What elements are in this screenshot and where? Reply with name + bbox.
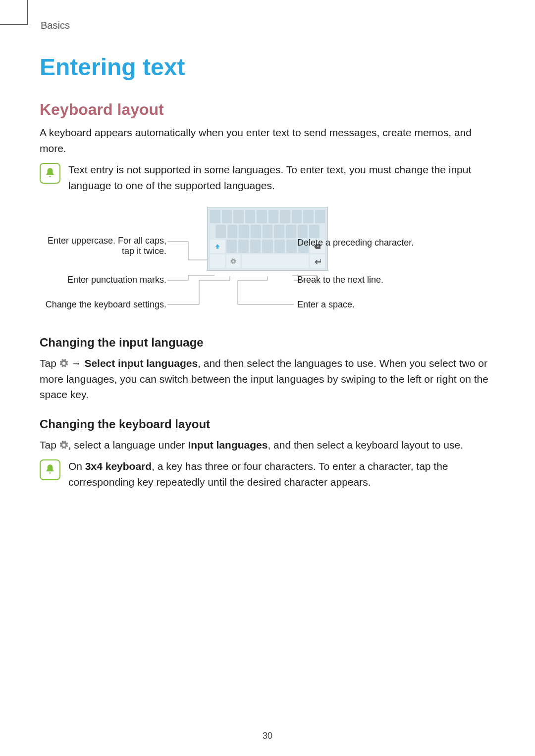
callout-punctuation: Enter punctuation marks. xyxy=(40,275,166,285)
page-title: Entering text xyxy=(40,53,495,81)
settings-key xyxy=(226,254,240,268)
punctuation-key xyxy=(210,254,225,268)
breadcrumb: Basics xyxy=(41,20,495,31)
note-block-1: Text entry is not supported in some lang… xyxy=(40,162,495,193)
enter-key xyxy=(310,254,325,268)
input-language-paragraph: Tap → Select input languages, and then s… xyxy=(40,355,495,403)
subsection-input-language: Changing the input language xyxy=(40,336,495,350)
callout-settings: Change the keyboard settings. xyxy=(40,300,166,310)
subsection-keyboard-layout: Changing the keyboard layout xyxy=(40,417,495,431)
note-block-2: On 3x4 keyboard, a key has three or four… xyxy=(40,458,495,490)
note-text-2: On 3x4 keyboard, a key has three or four… xyxy=(68,458,495,490)
callout-uppercase: Enter uppercase. For all caps, tap it tw… xyxy=(40,236,166,256)
enter-icon xyxy=(314,258,321,264)
gear-icon xyxy=(59,359,68,368)
shift-icon xyxy=(214,244,220,250)
section-heading-keyboard-layout: Keyboard layout xyxy=(40,101,495,119)
note-text-1: Text entry is not supported in some lang… xyxy=(68,162,495,193)
callout-space: Enter a space. xyxy=(297,300,446,310)
space-key xyxy=(242,254,309,268)
gear-icon xyxy=(59,441,68,450)
callout-next-line: Break to the next line. xyxy=(297,275,446,285)
note-bell-icon xyxy=(40,459,60,480)
keyboard-layout-paragraph: Tap , select a language under Input lang… xyxy=(40,437,495,453)
bell-icon xyxy=(44,167,56,180)
intro-paragraph: A keyboard appears automatically when yo… xyxy=(40,125,495,156)
page-number: 30 xyxy=(0,731,535,741)
shift-key xyxy=(210,240,225,253)
note-bell-icon xyxy=(40,163,60,184)
keyboard-figure: Enter uppercase. For all caps, tap it tw… xyxy=(40,207,495,321)
bell-icon xyxy=(44,463,56,476)
callout-delete: Delete a preceding character. xyxy=(297,238,456,248)
gear-icon xyxy=(230,258,236,264)
